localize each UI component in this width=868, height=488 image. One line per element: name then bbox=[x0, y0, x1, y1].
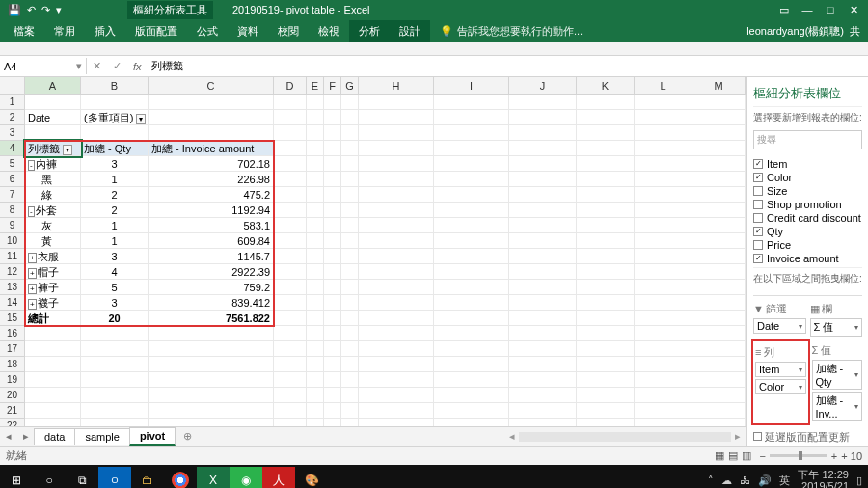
cell[interactable] bbox=[307, 95, 324, 110]
cell[interactable] bbox=[509, 110, 577, 125]
cell[interactable] bbox=[434, 311, 509, 326]
cell[interactable] bbox=[341, 341, 359, 357]
cell[interactable]: 20 bbox=[81, 311, 149, 326]
row-field-item[interactable]: Item▾ bbox=[755, 362, 806, 377]
cell[interactable] bbox=[324, 341, 341, 357]
cell[interactable] bbox=[359, 187, 434, 203]
row-header-22[interactable]: 22 bbox=[0, 419, 24, 426]
cell[interactable] bbox=[692, 326, 746, 341]
field-credit-card-discount[interactable]: Credit card discount bbox=[753, 211, 862, 225]
cell[interactable] bbox=[434, 249, 509, 264]
cell[interactable] bbox=[509, 203, 577, 218]
cell[interactable] bbox=[274, 249, 307, 264]
cell[interactable] bbox=[324, 172, 341, 187]
tray-up-icon[interactable]: ˄ bbox=[708, 474, 714, 487]
tell-me[interactable]: 💡告訴我您想要執行的動作... bbox=[440, 24, 583, 39]
row-header-11[interactable]: 11 bbox=[0, 249, 24, 264]
cell[interactable]: 總計 bbox=[25, 311, 81, 326]
cell[interactable] bbox=[149, 95, 274, 110]
cell[interactable] bbox=[635, 233, 692, 249]
col-header-C[interactable]: C bbox=[149, 77, 274, 94]
close-icon[interactable]: ✕ bbox=[845, 4, 862, 16]
cell[interactable] bbox=[577, 372, 635, 388]
cell[interactable] bbox=[635, 295, 692, 311]
cell[interactable] bbox=[307, 419, 324, 426]
cell[interactable] bbox=[509, 141, 577, 156]
col-header-I[interactable]: I bbox=[434, 77, 509, 94]
cell[interactable] bbox=[359, 249, 434, 264]
cell[interactable]: 475.2 bbox=[149, 187, 274, 203]
cell[interactable] bbox=[635, 203, 692, 218]
cell[interactable] bbox=[341, 311, 359, 326]
tab-data[interactable]: 資料 bbox=[228, 20, 268, 42]
cell[interactable] bbox=[577, 187, 635, 203]
cell[interactable] bbox=[149, 125, 274, 141]
pdf-icon[interactable]: 人 bbox=[262, 467, 295, 488]
cell[interactable] bbox=[577, 249, 635, 264]
cortana-icon[interactable]: ○ bbox=[33, 467, 66, 488]
cell[interactable] bbox=[149, 357, 274, 372]
enter-icon[interactable]: ✓ bbox=[107, 60, 127, 72]
cell[interactable] bbox=[307, 172, 324, 187]
row-field-color[interactable]: Color▾ bbox=[755, 379, 806, 394]
share-button[interactable]: 共 bbox=[850, 24, 860, 39]
cell[interactable] bbox=[81, 95, 149, 110]
cell[interactable] bbox=[324, 403, 341, 419]
tab-layout[interactable]: 版面配置 bbox=[125, 20, 187, 42]
qat-dropdown-icon[interactable]: ▾ bbox=[56, 4, 62, 16]
cell[interactable] bbox=[274, 203, 307, 218]
row-header-17[interactable]: 17 bbox=[0, 341, 24, 357]
cell[interactable] bbox=[434, 341, 509, 357]
cell[interactable] bbox=[577, 156, 635, 172]
field-item[interactable]: ✓Item bbox=[753, 157, 862, 171]
cell[interactable] bbox=[341, 249, 359, 264]
col-header-B[interactable]: B bbox=[81, 77, 149, 94]
tab-formulas[interactable]: 公式 bbox=[187, 20, 228, 42]
value-field-qty[interactable]: 加總 - Qty▾ bbox=[812, 360, 863, 390]
cell[interactable] bbox=[149, 326, 274, 341]
spreadsheet-grid[interactable]: ABCDEFGHIJKLM 12345678910111213141516171… bbox=[0, 77, 747, 446]
col-header-H[interactable]: H bbox=[359, 77, 434, 94]
cell[interactable] bbox=[577, 233, 635, 249]
page-break-icon[interactable]: ▥ bbox=[742, 449, 751, 462]
cell[interactable] bbox=[635, 110, 692, 125]
cell[interactable] bbox=[692, 172, 746, 187]
network-icon[interactable]: 🖧 bbox=[740, 474, 750, 486]
cell[interactable]: 黃 bbox=[25, 233, 81, 249]
cell[interactable] bbox=[692, 218, 746, 233]
cell[interactable]: 黑 bbox=[25, 172, 81, 187]
start-button[interactable]: ⊞ bbox=[0, 467, 33, 488]
cell[interactable]: (多重項目) ▾ bbox=[81, 110, 149, 125]
cell[interactable] bbox=[509, 357, 577, 372]
namebox-dropdown-icon[interactable]: ▾ bbox=[76, 60, 82, 72]
col-field-values[interactable]: Σ 值▾ bbox=[810, 318, 863, 337]
cell[interactable] bbox=[692, 419, 746, 426]
cell[interactable] bbox=[324, 311, 341, 326]
cell[interactable] bbox=[509, 403, 577, 419]
tab-view[interactable]: 檢視 bbox=[309, 20, 349, 42]
cell[interactable] bbox=[635, 357, 692, 372]
cell[interactable] bbox=[359, 341, 434, 357]
cell[interactable] bbox=[149, 110, 274, 125]
cell[interactable] bbox=[635, 372, 692, 388]
tab-analyze[interactable]: 分析 bbox=[349, 20, 390, 42]
cell[interactable] bbox=[324, 295, 341, 311]
row-header-3[interactable]: 3 bbox=[0, 125, 24, 141]
cell[interactable]: 4 bbox=[81, 264, 149, 280]
cell[interactable] bbox=[359, 264, 434, 280]
cell[interactable] bbox=[434, 264, 509, 280]
cell[interactable] bbox=[25, 341, 81, 357]
cell[interactable] bbox=[341, 280, 359, 295]
cell[interactable] bbox=[149, 388, 274, 403]
cell[interactable] bbox=[635, 326, 692, 341]
cell[interactable] bbox=[359, 311, 434, 326]
cell[interactable] bbox=[81, 388, 149, 403]
cell[interactable] bbox=[324, 419, 341, 426]
cell[interactable] bbox=[341, 203, 359, 218]
cell[interactable] bbox=[307, 341, 324, 357]
cell[interactable] bbox=[692, 249, 746, 264]
cell[interactable] bbox=[509, 95, 577, 110]
cell[interactable] bbox=[274, 156, 307, 172]
cell[interactable] bbox=[509, 419, 577, 426]
cell[interactable] bbox=[307, 388, 324, 403]
